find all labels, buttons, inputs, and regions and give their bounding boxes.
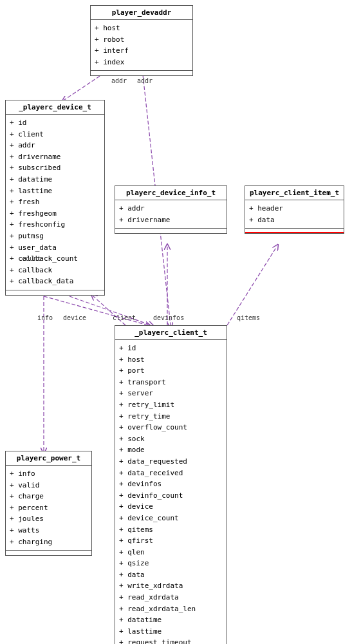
field-item: + charge — [10, 491, 88, 502]
field-item: + index — [95, 57, 189, 68]
field-item: + freshgeom — [10, 208, 100, 220]
field-item: + putmsg — [10, 231, 100, 242]
field-item: + id — [119, 343, 223, 354]
field-item: + callback — [10, 265, 100, 276]
field-item: + addr — [10, 140, 100, 151]
field-item: + transport — [119, 377, 223, 388]
box-title-_playerc_device_t: _playerc_device_t — [6, 100, 104, 115]
field-item: + interf — [95, 45, 189, 57]
field-item: + host — [119, 354, 223, 366]
field-item: + data — [119, 569, 223, 581]
field-item: + percent — [10, 502, 88, 514]
field-item: + lasttime — [10, 185, 100, 197]
diagram-label-3: device — [63, 314, 86, 321]
field-item: + overflow_count — [119, 422, 223, 433]
box-footer-playerc_client_item_t — [245, 228, 344, 233]
field-item: + device_count — [119, 513, 223, 524]
box-footer-player_devaddr — [91, 70, 192, 75]
field-item: + valid — [10, 480, 88, 491]
svg-line-5 — [227, 247, 277, 325]
uml-box-playerc_device_info_t: playerc_device_info_t+ addr+ drivername — [115, 185, 227, 234]
field-item: + read_xdrdata_len — [119, 603, 223, 615]
field-item: + data — [249, 214, 340, 226]
field-item: + qsize — [119, 558, 223, 569]
diagram-label-2: info — [37, 314, 53, 321]
box-title-playerc_client_item_t: playerc_client_item_t — [245, 186, 344, 200]
field-item: + devinfo_count — [119, 490, 223, 502]
box-title-player_devaddr: player_devaddr — [91, 6, 192, 20]
box-title-playerc_power_t: playerc_power_t — [6, 451, 91, 466]
field-item: + qitems — [119, 524, 223, 536]
box-fields-player_devaddr: + host+ robot+ interf+ index — [91, 20, 192, 70]
box-fields-playerc_device_info_t: + addr+ drivername — [115, 200, 227, 228]
field-item: + qfirst — [119, 535, 223, 547]
field-item: + retry_time — [119, 411, 223, 422]
field-item: + user_data — [10, 242, 100, 254]
box-fields-playerc_client_item_t: + header+ data — [245, 200, 344, 228]
field-item: + data_requested — [119, 456, 223, 468]
field-item: + request_timeout — [119, 637, 223, 644]
field-item: + sock — [119, 433, 223, 445]
field-item: + joules — [10, 513, 88, 525]
box-footer-playerc_power_t — [6, 550, 91, 555]
field-item: + read_xdrdata — [119, 592, 223, 603]
box-title-playerc_device_info_t: playerc_device_info_t — [115, 186, 227, 200]
diagram-label-6: qitems — [237, 314, 260, 321]
field-item: + id — [10, 117, 100, 129]
field-item: + client — [10, 129, 100, 140]
field-item: + info — [10, 468, 88, 480]
box-fields-playerc_power_t: + info+ valid+ charge+ percent+ joules+ … — [6, 466, 91, 550]
field-item: + data_received — [119, 468, 223, 479]
box-footer-_playerc_device_t — [6, 290, 104, 295]
field-item: + datatime — [119, 614, 223, 626]
uml-box-playerc_client_item_t: playerc_client_item_t+ header+ data — [245, 185, 344, 234]
field-item: + mode — [119, 444, 223, 456]
diagram-container: player_devaddr+ host+ robot+ interf+ ind… — [0, 0, 352, 644]
field-item: + lasttime — [119, 626, 223, 638]
field-item: + devinfos — [119, 478, 223, 490]
field-item: + charging — [10, 536, 88, 548]
diagram-label-4: client — [113, 314, 136, 321]
diagram-label-5: devinfos — [153, 314, 184, 321]
field-item: + subscribed — [10, 162, 100, 174]
box-footer-playerc_device_info_t — [115, 228, 227, 233]
diagram-label-1: addr — [137, 77, 153, 84]
field-item: + retry_limit — [119, 399, 223, 411]
field-item: + header — [249, 203, 340, 214]
uml-box-playerc_power_t: playerc_power_t+ info+ valid+ charge+ pe… — [5, 451, 92, 556]
uml-box-player_devaddr: player_devaddr+ host+ robot+ interf+ ind… — [90, 5, 193, 76]
field-item: + host — [95, 23, 189, 34]
field-item: + watts — [10, 525, 88, 536]
field-item: + device — [119, 501, 223, 513]
field-item: + drivername — [119, 214, 223, 226]
diagram-label-0: addr — [111, 77, 127, 84]
field-item: + addr — [119, 203, 223, 214]
box-fields-_playerc_client_t: + id+ host+ port+ transport+ server+ ret… — [115, 340, 227, 644]
field-item: + server — [119, 388, 223, 399]
uml-box-_playerc_device_t: _playerc_device_t+ id+ client+ addr+ dri… — [5, 100, 105, 296]
field-item: + qlen — [119, 547, 223, 558]
field-item: + freshconfig — [10, 219, 100, 231]
field-item: + robot — [95, 34, 189, 46]
field-item: + datatime — [10, 174, 100, 185]
field-item: + callback_data — [10, 276, 100, 287]
box-fields-_playerc_device_t: + id+ client+ addr+ drivername+ subscrib… — [6, 115, 104, 290]
box-title-_playerc_client_t: _playerc_client_t — [115, 326, 227, 340]
field-item: + port — [119, 365, 223, 377]
diagram-label-7: count — [22, 255, 41, 262]
field-item: + fresh — [10, 196, 100, 208]
field-item: + write_xdrdata — [119, 580, 223, 592]
field-item: + drivername — [10, 151, 100, 163]
uml-box-_playerc_client_t: _playerc_client_t+ id+ host+ port+ trans… — [115, 325, 227, 644]
